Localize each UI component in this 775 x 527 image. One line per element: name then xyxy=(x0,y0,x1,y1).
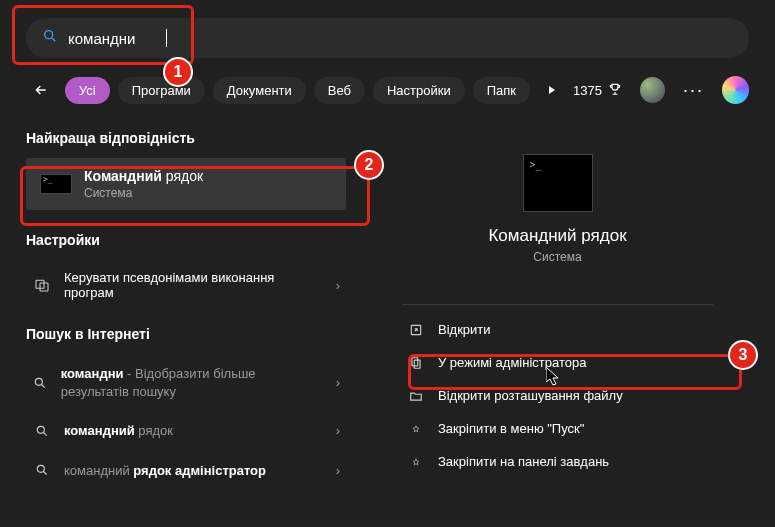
filter-row: Усі Програми Документи Веб Настройки Пап… xyxy=(0,74,775,124)
svg-line-1 xyxy=(52,38,55,41)
filter-more-button[interactable] xyxy=(538,76,565,104)
svg-point-0 xyxy=(45,31,53,39)
rewards-points: 1375 xyxy=(573,83,602,98)
web-result-2[interactable]: командний рядок › xyxy=(26,411,346,451)
best-match-header: Найкраща відповідність xyxy=(26,130,346,146)
trophy-icon xyxy=(608,82,622,99)
action-label: Закріпити в меню "Пуск" xyxy=(438,421,584,436)
svg-point-5 xyxy=(36,378,43,385)
rewards-indicator[interactable]: 1375 xyxy=(573,82,622,99)
pin-icon xyxy=(408,455,424,469)
web-result-label: командни - Відобразити більше результаті… xyxy=(61,365,324,400)
action-label: Відкрити xyxy=(438,322,491,337)
filter-folders[interactable]: Папк xyxy=(473,77,530,104)
web-result-1[interactable]: командни - Відобразити більше результаті… xyxy=(26,354,346,411)
text-cursor xyxy=(166,29,167,47)
filter-all[interactable]: Усі xyxy=(65,77,110,104)
svg-line-10 xyxy=(44,472,47,475)
settings-item-label: Керувати псевдонімами виконання програм xyxy=(64,270,284,300)
action-pin-start[interactable]: Закріпити в меню "Пуск" xyxy=(398,412,717,445)
action-open-location[interactable]: Відкрити розташування файлу xyxy=(398,379,717,412)
settings-header: Настройки xyxy=(26,232,346,248)
divider xyxy=(402,304,713,305)
pin-icon xyxy=(408,422,424,436)
svg-point-7 xyxy=(37,426,44,433)
chevron-right-icon: › xyxy=(336,375,340,390)
results-column: Найкраща відповідність Командний рядок С… xyxy=(26,124,346,490)
command-prompt-icon xyxy=(523,154,593,212)
internet-header: Пошук в Інтернеті xyxy=(26,326,346,342)
open-icon xyxy=(408,323,424,337)
search-bar[interactable] xyxy=(26,18,749,58)
filter-apps[interactable]: Програми xyxy=(118,77,205,104)
settings-item-aliases[interactable]: Керувати псевдонімами виконання програм … xyxy=(26,260,346,310)
chevron-right-icon: › xyxy=(336,278,340,293)
detail-subtitle: Система xyxy=(366,250,749,264)
svg-point-9 xyxy=(37,466,44,473)
action-open[interactable]: Відкрити xyxy=(398,313,717,346)
detail-title: Командний рядок xyxy=(366,226,749,246)
action-label: Відкрити розташування файлу xyxy=(438,388,623,403)
action-label: Закріпити на панелі завдань xyxy=(438,454,609,469)
action-run-as-admin[interactable]: У режимі адміністратора xyxy=(398,346,717,379)
search-icon xyxy=(42,28,58,48)
detail-panel: Командний рядок Система Відкрити У режим… xyxy=(366,124,749,490)
shield-icon xyxy=(408,356,424,370)
search-icon xyxy=(32,376,49,390)
web-result-label: командний рядок xyxy=(64,422,173,440)
action-label: У режимі адміністратора xyxy=(438,355,586,370)
best-match-title: Командний рядок xyxy=(84,168,203,184)
best-match-subtitle: Система xyxy=(84,186,203,200)
svg-marker-2 xyxy=(549,86,555,94)
svg-line-6 xyxy=(42,384,45,387)
command-prompt-icon xyxy=(40,174,72,194)
copilot-icon[interactable] xyxy=(722,76,749,104)
more-button[interactable]: ··· xyxy=(683,80,704,101)
search-input[interactable] xyxy=(68,30,733,47)
filter-docs[interactable]: Документи xyxy=(213,77,306,104)
back-button[interactable] xyxy=(26,74,57,106)
settings-icon xyxy=(32,277,52,293)
search-icon xyxy=(32,424,52,438)
search-icon xyxy=(32,463,52,477)
folder-icon xyxy=(408,389,424,403)
avatar[interactable] xyxy=(640,77,665,103)
chevron-right-icon: › xyxy=(336,463,340,478)
chevron-right-icon: › xyxy=(336,423,340,438)
filter-settings[interactable]: Настройки xyxy=(373,77,465,104)
svg-line-8 xyxy=(44,433,47,436)
action-pin-taskbar[interactable]: Закріпити на панелі завдань xyxy=(398,445,717,478)
web-result-label: командний рядок адміністратор xyxy=(64,462,266,480)
web-result-3[interactable]: командний рядок адміністратор › xyxy=(26,451,346,491)
best-match-item[interactable]: Командний рядок Система xyxy=(26,158,346,210)
filter-web[interactable]: Веб xyxy=(314,77,365,104)
